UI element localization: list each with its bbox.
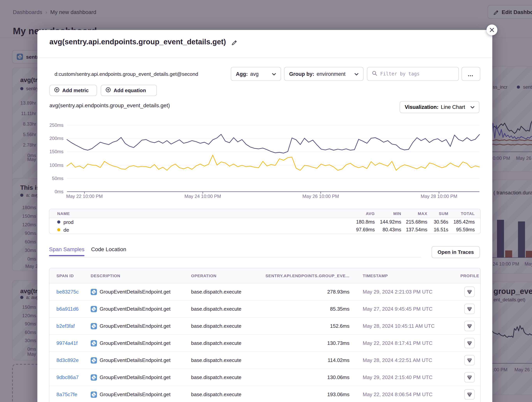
- span-operation: base.dispatch.execute: [191, 374, 257, 380]
- column-header-operation: OPERATION: [191, 273, 257, 278]
- profiling-icon: [467, 289, 472, 295]
- edit-title-button[interactable]: [231, 39, 237, 45]
- close-modal-button[interactable]: [487, 25, 497, 35]
- series-avg: 97.69ms: [348, 227, 375, 233]
- profiling-icon: [467, 306, 472, 312]
- span-description: GroupEventDetailsEndpoint.get: [100, 289, 171, 295]
- span-description: GroupEventDetailsEndpoint.get: [100, 323, 171, 329]
- profile-button[interactable]: [464, 286, 475, 297]
- metric-query-input[interactable]: [50, 67, 228, 81]
- tag-filter-input[interactable]: [380, 71, 454, 77]
- python-icon: [91, 374, 97, 380]
- series-total: 95.59ms: [448, 227, 475, 233]
- aggregation-dropdown[interactable]: Agg: avg: [231, 67, 281, 81]
- profile-button[interactable]: [464, 321, 475, 331]
- python-icon: [91, 357, 97, 363]
- summary-table-row[interactable]: de 97.69ms 80.43ms 137.54ms 16.51s 95.59…: [50, 226, 480, 234]
- span-operation: base.dispatch.execute: [191, 289, 257, 295]
- plus-circle-icon: [106, 87, 111, 94]
- span-sample-row: b2ef3faf GroupEventDetailsEndpoint.get b…: [50, 317, 480, 334]
- profiling-icon: [467, 323, 472, 329]
- span-operation: base.dispatch.execute: [191, 306, 257, 312]
- tab-span-samples[interactable]: Span Samples: [49, 246, 84, 256]
- metric-details-modal: avg(sentry.api.endpoints.group_event_det…: [37, 30, 492, 402]
- column-header-min: MIN: [375, 211, 401, 216]
- span-id-link[interactable]: 9dbc86a7: [57, 374, 91, 380]
- overflow-menu-button[interactable]: …: [462, 67, 480, 81]
- chevron-down-icon: [272, 71, 276, 77]
- chevron-down-icon: [470, 104, 475, 110]
- series-min: 144.92ms: [375, 219, 401, 225]
- column-header-sum: SUM: [427, 211, 448, 216]
- open-in-traces-button[interactable]: Open in Traces: [432, 246, 480, 258]
- span-timestamp: May 29, 2024 2:21:03 PM UTC: [363, 289, 460, 295]
- visualization-label: Visualization:: [405, 104, 439, 110]
- samples-table-header: SPAN ID DESCRIPTION OPERATION SENTRY.API…: [50, 268, 480, 284]
- python-icon: [91, 289, 97, 295]
- span-sample-row: 9dbc86a7 GroupEventDetailsEndpoint.get b…: [50, 369, 480, 386]
- span-metric-value: 130.06ms: [257, 374, 349, 380]
- span-description: GroupEventDetailsEndpoint.get: [100, 391, 171, 397]
- divider: [37, 57, 492, 58]
- app-root: Dashboards › My new dashboard My new das…: [0, 0, 532, 402]
- profile-button[interactable]: [464, 338, 475, 348]
- span-id-link[interactable]: be83275c: [57, 289, 91, 295]
- summary-table-row[interactable]: prod 180.8ms 144.92ms 215.68ms 30.56s 18…: [50, 218, 480, 226]
- visualization-dropdown[interactable]: Visualization: Line Chart: [400, 101, 480, 113]
- series-name: de: [63, 227, 69, 233]
- span-timestamp: May 22, 2024 8:06:54 PM UTC: [363, 391, 460, 397]
- column-header-description: DESCRIPTION: [91, 273, 191, 278]
- span-id-link[interactable]: b6a911d6: [57, 306, 91, 312]
- python-icon: [91, 306, 97, 312]
- pencil-icon: [231, 39, 237, 45]
- span-sample-row: 9974a41f GroupEventDetailsEndpoint.get b…: [50, 334, 480, 352]
- span-id-link[interactable]: 9974a41f: [57, 340, 91, 346]
- series-sum: 30.56s: [427, 219, 448, 225]
- series-color-dot: [57, 228, 60, 231]
- column-header-max: MAX: [401, 211, 427, 216]
- close-icon: [490, 28, 494, 32]
- span-description: GroupEventDetailsEndpoint.get: [100, 306, 171, 312]
- add-equation-button[interactable]: Add equation: [101, 85, 157, 96]
- span-description: GroupEventDetailsEndpoint.get: [100, 340, 171, 346]
- series-summary-table: NAME AVG MIN MAX SUM TOTAL prod 180.8ms …: [49, 209, 481, 234]
- column-header-name: NAME: [57, 211, 348, 216]
- tab-label: Code Location: [91, 246, 126, 252]
- span-sample-row: 8d3c892e GroupEventDetailsEndpoint.get b…: [50, 352, 480, 369]
- column-header-profile: PROFILE: [460, 273, 479, 278]
- ellipsis-icon: …: [468, 71, 474, 77]
- profile-button[interactable]: [464, 304, 475, 314]
- span-description: GroupEventDetailsEndpoint.get: [100, 374, 171, 380]
- x-axis-tick-label: May 24 10:00 PM: [176, 194, 230, 199]
- line-chart[interactable]: [49, 123, 481, 200]
- aggregation-label: Agg:: [236, 71, 248, 77]
- group-by-dropdown[interactable]: Group by: environment: [284, 67, 363, 81]
- profiling-icon: [467, 392, 472, 397]
- profile-button[interactable]: [464, 372, 475, 383]
- span-id-link[interactable]: b2ef3faf: [57, 323, 91, 329]
- add-metric-button[interactable]: Add metric: [50, 85, 97, 96]
- profile-button[interactable]: [464, 389, 475, 400]
- span-metric-value: 152.6ms: [257, 323, 349, 329]
- span-samples-table: SPAN ID DESCRIPTION OPERATION SENTRY.API…: [49, 268, 481, 402]
- tab-label: Span Samples: [49, 246, 84, 252]
- series-max: 215.68ms: [401, 219, 427, 225]
- group-by-label: Group by:: [289, 71, 314, 77]
- series-color-dot: [57, 220, 60, 223]
- python-icon: [91, 323, 97, 329]
- chevron-down-icon: [355, 71, 358, 77]
- chart-title: avg(sentry.api.endpoints.group_event_det…: [50, 102, 170, 108]
- span-metric-value: 85.35ms: [257, 306, 349, 312]
- profile-button[interactable]: [464, 355, 475, 365]
- span-metric-value: 193.06ms: [257, 391, 349, 397]
- span-id-link[interactable]: 8d3c892e: [57, 357, 91, 363]
- x-axis-tick-label: May 22 10:00 PM: [57, 194, 112, 199]
- span-timestamp: May 27, 2024 9:45:45 PM UTC: [363, 306, 460, 312]
- span-metric-value: 130.73ms: [257, 340, 349, 346]
- profiling-icon: [467, 358, 472, 363]
- span-id-link[interactable]: 8a75c7fe: [57, 391, 91, 397]
- summary-table-header: NAME AVG MIN MAX SUM TOTAL: [50, 209, 480, 218]
- tab-code-location[interactable]: Code Location: [91, 246, 126, 256]
- series-max: 137.54ms: [401, 227, 427, 233]
- column-header-timestamp: TIMESTAMP: [363, 273, 460, 278]
